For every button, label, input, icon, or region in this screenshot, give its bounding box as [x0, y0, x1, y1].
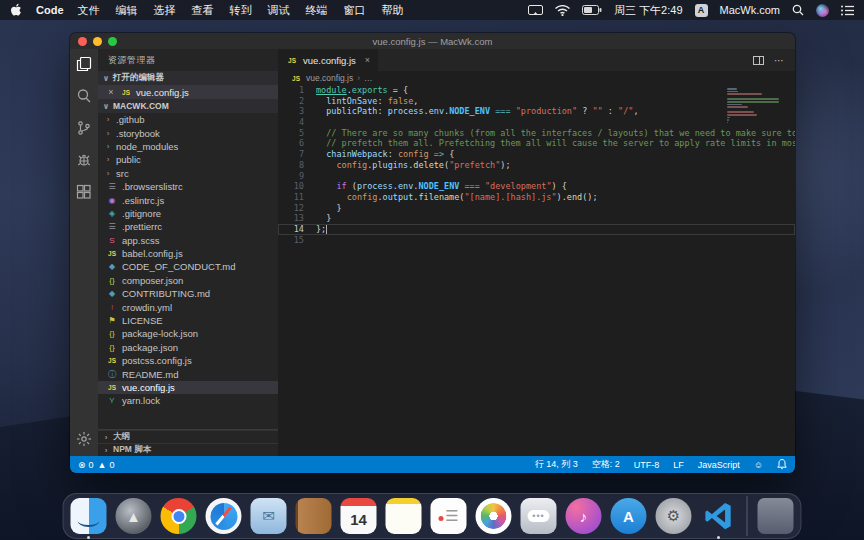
warnings-status[interactable]: ▲ 0	[98, 460, 115, 470]
minimap[interactable]	[727, 88, 785, 127]
code-line[interactable]: 13 }	[278, 213, 795, 224]
spotlight-search-icon[interactable]	[792, 4, 804, 16]
close-tab-icon[interactable]: ×	[365, 55, 370, 65]
dock-app-launchpad[interactable]: ▲	[115, 497, 153, 535]
extensions-icon[interactable]	[75, 183, 93, 201]
input-method-icon[interactable]: A	[695, 4, 708, 17]
tree-item[interactable]: ›.github	[98, 113, 278, 126]
tree-item[interactable]: JSpostcss.config.js	[98, 354, 278, 367]
code-line[interactable]: 15	[278, 235, 795, 246]
more-actions-icon[interactable]: ⋯	[774, 55, 785, 66]
code-line[interactable]: 8 config.plugins.delete("prefetch");	[278, 160, 795, 171]
dock-app-visual-studio-code[interactable]	[700, 497, 738, 535]
menubar-clock[interactable]: 周三 下午2:49	[614, 3, 682, 18]
dock-app-notes[interactable]	[385, 497, 423, 535]
code-line[interactable]: 2 lintOnSave: false,	[278, 96, 795, 107]
npm-scripts-section-header[interactable]: › NPM 脚本	[98, 443, 278, 456]
tree-item[interactable]: {}package-lock.json	[98, 327, 278, 340]
breadcrumb[interactable]: JS vue.config.js › …	[278, 71, 795, 85]
dock-app-app-store[interactable]: A	[610, 497, 648, 535]
settings-gear-icon[interactable]	[75, 430, 93, 448]
menu-item[interactable]: 窗口	[344, 3, 366, 18]
tree-item[interactable]: ›src	[98, 167, 278, 180]
code-line[interactable]: 11 config.output.filename("[name].[hash]…	[278, 192, 795, 203]
menubar-account[interactable]: MacWk.com	[720, 4, 781, 16]
menu-item[interactable]: 转到	[230, 3, 252, 18]
tree-item[interactable]: ◈.gitignore	[98, 207, 278, 220]
statusbar-item[interactable]: 空格: 2	[592, 458, 620, 471]
dock-app-reminders[interactable]: ☰	[430, 497, 468, 535]
root-folder-header[interactable]: ∨ MACWK.COM	[98, 99, 278, 113]
code-line[interactable]: 14};	[278, 224, 795, 235]
feedback-smiley-icon[interactable]: ☺	[754, 460, 763, 470]
tree-item[interactable]: ☰.prettierrc	[98, 220, 278, 233]
dock-app-safari[interactable]	[205, 497, 243, 535]
menu-item[interactable]: 终端	[306, 3, 328, 18]
display-mirroring-icon[interactable]	[528, 5, 543, 16]
tree-item[interactable]: !crowdin.yml	[98, 300, 278, 313]
tree-item[interactable]: ⚑LICENSE	[98, 314, 278, 327]
code-line[interactable]: 3 publicPath: process.env.NODE_ENV === "…	[278, 106, 795, 117]
code-line[interactable]: 4	[278, 117, 795, 128]
dock-app-chrome[interactable]	[160, 497, 198, 535]
code-line[interactable]: 5 // There are so many chunks (from all …	[278, 128, 795, 139]
tree-item[interactable]: ◆CONTRIBUTING.md	[98, 287, 278, 300]
apple-menu-icon[interactable]	[10, 3, 22, 17]
code-editor[interactable]: 1module.exports = {2 lintOnSave: false,3…	[278, 85, 795, 456]
tree-item[interactable]: ›node_modules	[98, 140, 278, 153]
dock-app-photos[interactable]	[475, 497, 513, 535]
notifications-bell-icon[interactable]	[777, 459, 787, 470]
open-editors-header[interactable]: ∨ 打开的编辑器	[98, 71, 278, 85]
tree-item[interactable]: ◆CODE_OF_CONDUCT.md	[98, 260, 278, 273]
statusbar-item[interactable]: UTF-8	[634, 460, 660, 470]
code-line[interactable]: 10 if (process.env.NODE_ENV === "develop…	[278, 181, 795, 192]
breadcrumb-file[interactable]: vue.config.js	[306, 73, 353, 83]
tree-item[interactable]: {}composer.json	[98, 274, 278, 287]
menu-item[interactable]: 编辑	[116, 3, 138, 18]
tree-item[interactable]: ☰.browserslistrc	[98, 180, 278, 193]
code-line[interactable]: 6 // prefetch them all. Prefetching them…	[278, 138, 795, 149]
close-icon[interactable]: ×	[106, 87, 116, 97]
tree-item[interactable]: ›public	[98, 153, 278, 166]
dock-app-finder[interactable]	[70, 497, 108, 535]
statusbar-item[interactable]: LF	[673, 460, 684, 470]
menu-item[interactable]: 查看	[192, 3, 214, 18]
code-line[interactable]: 12 }	[278, 203, 795, 214]
dock-app-calendar[interactable]: 14	[340, 497, 378, 535]
wifi-icon[interactable]	[555, 5, 570, 16]
menu-item[interactable]: 调试	[268, 3, 290, 18]
split-editor-icon[interactable]	[753, 56, 764, 65]
open-editor-item[interactable]: × JS vue.config.js	[98, 85, 278, 99]
tree-item[interactable]: JSvue.config.js	[98, 381, 278, 394]
tree-item[interactable]: Sapp.scss	[98, 234, 278, 247]
dock-app-trash[interactable]	[757, 497, 795, 535]
active-app-name[interactable]: Code	[36, 4, 64, 16]
tree-item[interactable]: ›.storybook	[98, 126, 278, 139]
dock-app-contacts[interactable]	[295, 497, 333, 535]
statusbar-item[interactable]: JavaScript	[698, 460, 740, 470]
breadcrumb-symbol[interactable]: …	[364, 73, 373, 83]
menu-item[interactable]: 文件	[78, 3, 100, 18]
dock-app-system-preferences[interactable]: ⚙	[655, 497, 693, 535]
menu-item[interactable]: 帮助	[382, 3, 404, 18]
code-line[interactable]: 7 chainWebpack: config => {	[278, 149, 795, 160]
notification-center-icon[interactable]	[841, 5, 854, 16]
dock-app-mail[interactable]: ✉	[250, 497, 288, 535]
search-icon[interactable]	[75, 87, 93, 105]
tab-vue-config-js[interactable]: JS vue.config.js ×	[278, 49, 378, 71]
code-line[interactable]: 9	[278, 171, 795, 182]
explorer-icon[interactable]	[75, 55, 93, 73]
battery-icon[interactable]	[582, 5, 602, 15]
tree-item[interactable]: {}package.json	[98, 341, 278, 354]
window-titlebar[interactable]: vue.config.js — MacWk.com	[70, 33, 795, 49]
source-control-icon[interactable]	[75, 119, 93, 137]
tree-item[interactable]: Yyarn.lock	[98, 394, 278, 407]
tree-item[interactable]: ⓘREADME.md	[98, 367, 278, 380]
dock-app-messages[interactable]: •••	[520, 497, 558, 535]
menu-item[interactable]: 选择	[154, 3, 176, 18]
dock-app-itunes[interactable]: ♪	[565, 497, 603, 535]
tree-item[interactable]: JSbabel.config.js	[98, 247, 278, 260]
tree-item[interactable]: ◉.eslintrc.js	[98, 193, 278, 206]
errors-status[interactable]: ⊗ 0	[78, 460, 94, 470]
siri-icon[interactable]	[816, 4, 829, 17]
